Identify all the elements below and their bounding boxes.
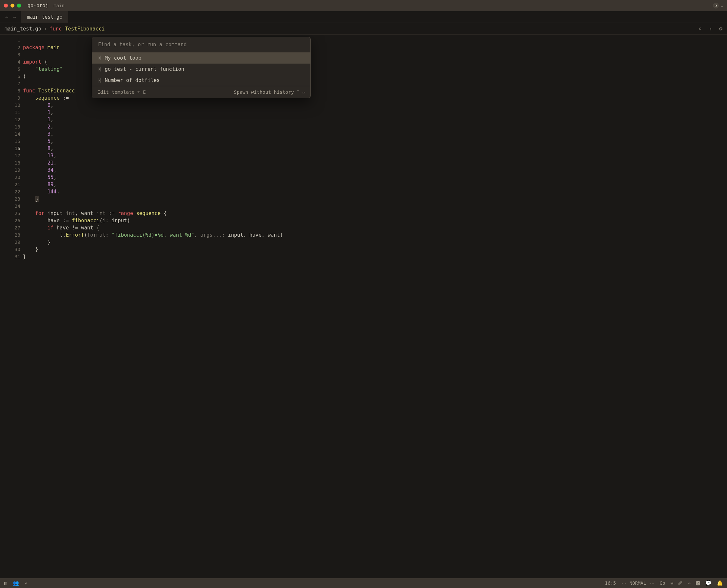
gutter-line: 3 [0, 51, 20, 58]
palette-item-label: go test - current function [105, 66, 184, 72]
palette-item-label: Number of dotfiles [105, 77, 160, 83]
gutter-line: 7 [0, 80, 20, 87]
gutter-line: 16 [0, 145, 20, 152]
project-name: go-proj [27, 3, 48, 8]
ai-sparkle-icon[interactable]: ✧ [709, 25, 712, 32]
breadcrumb-fn[interactable]: TestFibonacci [65, 26, 105, 32]
collaborators-icon[interactable]: 👥 [13, 580, 19, 586]
panel-left-icon[interactable]: ◧ [4, 580, 7, 586]
task-tree-icon: ╠╣ [97, 67, 101, 71]
palette-spawn-kbd: ^ ↵ [297, 89, 305, 95]
gutter-line: 28 [0, 231, 20, 238]
user-avatar-icon[interactable]: ◔ [713, 3, 719, 8]
editor[interactable]: 1234567891011121314151617181920212223242… [0, 35, 727, 578]
gutter-line: 18 [0, 159, 20, 167]
minimize-window[interactable] [11, 4, 15, 7]
titlebar: go-proj main ◔ ⌄ [0, 0, 727, 11]
breadcrumb-kw: func [49, 26, 62, 32]
statusbar: ◧ 👥 ✓ 16:5 -- NORMAL -- Go ⊜ ␥ ✧ Z 💬 🔔 [0, 578, 727, 588]
breadcrumb-file[interactable]: main_test.go [5, 26, 41, 32]
gutter-line: 6 [0, 73, 20, 80]
ai-assist-icon[interactable]: ✧ [688, 580, 691, 586]
palette-item[interactable]: ╠╣go test - current function [92, 64, 310, 75]
gutter-line: 4 [0, 58, 20, 66]
gutter-line: 17 [0, 152, 20, 159]
gutter-line: 22 [0, 188, 20, 195]
palette-item[interactable]: ╠╣Number of dotfiles [92, 75, 310, 86]
gutter-line: 24 [0, 203, 20, 210]
palette-item[interactable]: ╠╣My cool loop [92, 52, 310, 64]
command-palette: ╠╣My cool loop╠╣go test - current functi… [92, 37, 311, 98]
gutter-line: 8 [0, 87, 20, 94]
gutter-line: 14 [0, 130, 20, 138]
gutter-line: 13 [0, 123, 20, 130]
gutter-line: 1 [0, 37, 20, 44]
gutter-line: 10 [0, 102, 20, 109]
terminal-icon[interactable]: ␥ [679, 580, 682, 586]
nav-forward-icon[interactable]: → [13, 14, 16, 20]
gutter-line: 2 [0, 44, 20, 51]
palette-spawn[interactable]: Spawn without history [234, 89, 294, 95]
gutter-line: 29 [0, 238, 20, 246]
gutter-line: 12 [0, 116, 20, 123]
notifications-icon[interactable]: 🔔 [717, 580, 723, 586]
gutter-line: 30 [0, 246, 20, 253]
breadcrumb-sep: › [44, 26, 47, 32]
gutter-line: 27 [0, 224, 20, 231]
git-branch[interactable]: main [54, 3, 65, 8]
tab-main-test-go[interactable]: main_test.go [21, 11, 68, 23]
gutter-line: 19 [0, 167, 20, 174]
diagnostics-ok-icon[interactable]: ✓ [25, 580, 28, 586]
task-tree-icon: ╠╣ [97, 78, 101, 83]
traffic-lights [4, 4, 21, 7]
gutter-line: 25 [0, 210, 20, 217]
gutter-line: 15 [0, 138, 20, 145]
settings-sliders-icon[interactable]: ⚙ [719, 25, 722, 32]
vim-mode: -- NORMAL -- [621, 581, 654, 586]
gutter-line: 9 [0, 94, 20, 102]
palette-edit-kbd: ⌥ E [137, 89, 146, 95]
search-icon[interactable]: ⌕ [699, 25, 702, 32]
gutter-line: 5 [0, 66, 20, 73]
nav-back-icon[interactable]: ← [5, 14, 8, 20]
code-area[interactable]: package main import ( "testing" ) func T… [23, 35, 727, 578]
task-tree-icon: ╠╣ [97, 56, 101, 60]
gutter-line: 31 [0, 253, 20, 260]
gutter-line: 21 [0, 181, 20, 188]
gutter: 1234567891011121314151617181920212223242… [0, 35, 23, 578]
zed-icon[interactable]: Z [696, 581, 700, 585]
gutter-line: 11 [0, 109, 20, 116]
zoom-window[interactable] [17, 4, 21, 7]
breadcrumb-bar: main_test.go › func TestFibonacci ⌕ ✧ ⚙ [0, 23, 727, 35]
copilot-icon[interactable]: ⊜ [670, 580, 673, 586]
chevron-down-icon[interactable]: ⌄ [721, 4, 723, 8]
language-mode[interactable]: Go [660, 581, 665, 586]
close-window[interactable] [4, 4, 8, 7]
palette-edit-template[interactable]: Edit template [97, 89, 135, 95]
chat-icon[interactable]: 💬 [705, 580, 712, 586]
palette-input[interactable] [92, 37, 310, 52]
gutter-line: 23 [0, 195, 20, 203]
palette-item-label: My cool loop [105, 55, 141, 61]
tab-label: main_test.go [27, 14, 62, 20]
gutter-line: 26 [0, 217, 20, 224]
cursor-position[interactable]: 16:5 [605, 581, 616, 586]
gutter-line: 20 [0, 174, 20, 181]
tabstrip: ← → main_test.go [0, 11, 727, 23]
